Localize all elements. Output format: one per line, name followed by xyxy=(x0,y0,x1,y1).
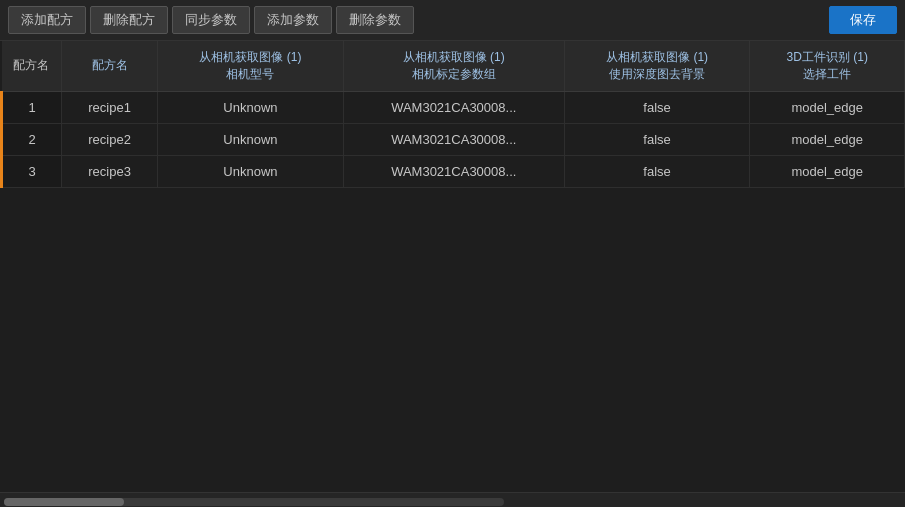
col-header-use-depth: 从相机获取图像 (1)使用深度图去背景 xyxy=(564,41,750,91)
col-header-tool-3d: 3D工件识别 (1)选择工件 xyxy=(750,41,905,91)
data-table: 配方名 配方名 从相机获取图像 (1)相机型号 从相机获取图像 (1)相机标定参… xyxy=(0,41,905,188)
use-depth: false xyxy=(564,155,750,187)
camera-calib: WAM3021CA30008... xyxy=(343,155,564,187)
scrollbar-area xyxy=(0,492,905,507)
row-index: 1 xyxy=(2,91,62,123)
camera-model: Unknown xyxy=(158,91,344,123)
table-container[interactable]: 配方名 配方名 从相机获取图像 (1)相机型号 从相机获取图像 (1)相机标定参… xyxy=(0,41,905,492)
col-header-camera-calib: 从相机获取图像 (1)相机标定参数组 xyxy=(343,41,564,91)
table-row[interactable]: 3recipe3UnknownWAM3021CA30008...falsemod… xyxy=(2,155,905,187)
use-depth: false xyxy=(564,91,750,123)
recipe-name: recipe3 xyxy=(62,155,158,187)
recipe-name: recipe2 xyxy=(62,123,158,155)
col-header-camera-model: 从相机获取图像 (1)相机型号 xyxy=(158,41,344,91)
row-index: 2 xyxy=(2,123,62,155)
camera-calib: WAM3021CA30008... xyxy=(343,123,564,155)
tool-3d: model_edge xyxy=(750,123,905,155)
scrollbar-track[interactable] xyxy=(4,498,504,506)
toolbar: 添加配方 删除配方 同步参数 添加参数 删除参数 保存 xyxy=(0,0,905,41)
del-recipe-button[interactable]: 删除配方 xyxy=(90,6,168,34)
table-row[interactable]: 1recipe1UnknownWAM3021CA30008...falsemod… xyxy=(2,91,905,123)
add-recipe-button[interactable]: 添加配方 xyxy=(8,6,86,34)
recipe-name: recipe1 xyxy=(62,91,158,123)
tool-3d: model_edge xyxy=(750,91,905,123)
col-header-recipe-name: 配方名 xyxy=(2,41,62,91)
row-index: 3 xyxy=(2,155,62,187)
add-params-button[interactable]: 添加参数 xyxy=(254,6,332,34)
col-header-name: 配方名 xyxy=(62,41,158,91)
camera-model: Unknown xyxy=(158,155,344,187)
table-row[interactable]: 2recipe2UnknownWAM3021CA30008...falsemod… xyxy=(2,123,905,155)
tool-3d: model_edge xyxy=(750,155,905,187)
camera-calib: WAM3021CA30008... xyxy=(343,91,564,123)
use-depth: false xyxy=(564,123,750,155)
save-button[interactable]: 保存 xyxy=(829,6,897,34)
del-params-button[interactable]: 删除参数 xyxy=(336,6,414,34)
scrollbar-thumb[interactable] xyxy=(4,498,124,506)
sync-params-button[interactable]: 同步参数 xyxy=(172,6,250,34)
camera-model: Unknown xyxy=(158,123,344,155)
